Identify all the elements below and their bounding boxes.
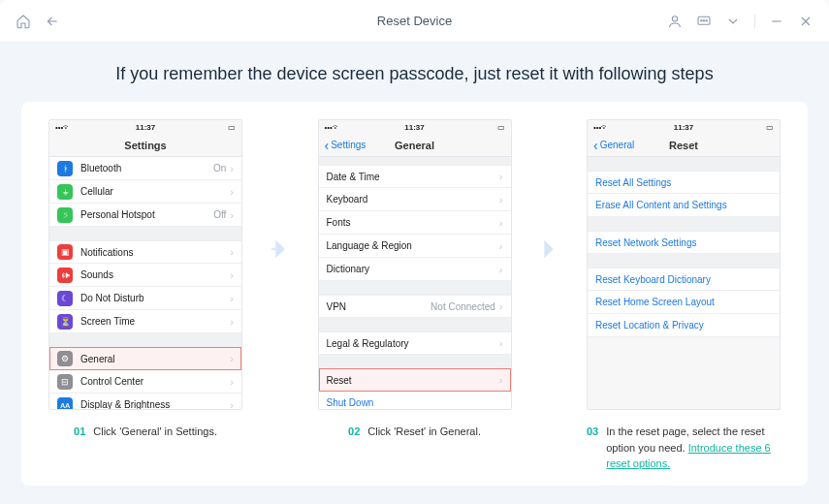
row-bluetooth: ᚼBluetoothOn› [49,157,241,180]
row-reset-highlighted: Reset› [319,368,511,392]
chevron-icon: › [230,186,234,198]
step-text: In the reset page, select the reset opti… [606,424,781,472]
bluetooth-icon: ᚼ [57,161,73,176]
chevron-icon: › [499,240,503,252]
arrow-1 [261,119,300,263]
caption-3: 03 In the reset page, select the reset o… [587,424,781,472]
row-reset-keyboard: Reset Keyboard Dictionary [588,268,780,291]
close-icon[interactable] [798,14,813,29]
chevron-icon: › [230,246,234,258]
row-general-highlighted: ⚙General› [49,347,241,370]
home-icon[interactable] [16,14,31,29]
back-settings: ‹Settings [325,139,367,152]
separator [754,15,755,28]
titlebar-left [16,14,60,29]
chevron-icon: › [230,269,234,281]
status-bar: •••ᯤ 11:37 ▭ [319,120,511,134]
row-legal: Legal & Regulatory› [319,331,511,355]
phone-reset: •••ᯤ 11:37 ▭ ‹General Reset Reset All Se… [587,119,781,410]
general-icon: ⚙ [57,351,73,366]
back-general: ‹General [593,139,634,152]
status-time: 11:37 [588,123,780,132]
row-language: Language & Region› [319,235,511,258]
row-erase-all: Erase All Content and Settings [588,194,780,217]
dnd-icon: ☾ [57,291,73,306]
chevron-icon: › [230,316,234,328]
row-vpn: VPNNot Connected› [319,295,511,318]
step-text: Click 'Reset' in General. [367,424,481,440]
row-notifications: ▣Notifications› [49,240,241,264]
control-center-icon: ⊟ [57,374,73,390]
row-dnd: ☾Do Not Disturb› [49,287,241,310]
row-fonts: Fonts› [319,211,511,235]
display-icon: ᴀᴀ [57,397,73,410]
svg-point-2 [701,19,702,20]
chevron-icon: › [499,264,503,275]
chevron-icon: › [499,217,503,229]
row-reset-location: Reset Location & Privacy [588,314,780,337]
content-area: If you remember the device screen passco… [0,43,829,504]
nav-settings: Settings [49,134,241,157]
row-date-time: Date & Time› [319,165,511,188]
back-icon[interactable] [45,14,60,29]
step-number: 01 [74,424,85,440]
row-dictionary: Dictionary› [319,258,511,281]
status-time: 11:37 [49,123,241,132]
arrow-2 [529,119,568,263]
svg-point-0 [672,16,677,20]
hotspot-icon: ⍩ [57,207,73,223]
caption-1: 01 Click 'General' in Settings. [74,424,217,440]
cellular-icon: ⏚ [57,184,73,200]
step-1: •••ᯤ 11:37 ▭ Settings ᚼBluetoothOn› ⏚Cel… [48,119,242,440]
phone-settings: •••ᯤ 11:37 ▭ Settings ᚼBluetoothOn› ⏚Cel… [48,119,242,410]
chevron-icon: › [230,353,234,364]
step-2: •••ᯤ 11:37 ▭ ‹Settings General Date & Ti… [318,119,512,440]
row-reset-all: Reset All Settings [588,171,780,194]
chevron-icon: › [230,376,234,388]
phone-general: •••ᯤ 11:37 ▭ ‹Settings General Date & Ti… [318,119,512,410]
status-bar: •••ᯤ 11:37 ▭ [49,120,241,134]
chevron-icon: › [230,163,234,174]
caption-2: 02 Click 'Reset' in General. [348,424,481,440]
row-reset-network: Reset Network Settings [588,231,780,254]
row-screentime: ⏳Screen Time› [49,310,241,333]
status-time: 11:37 [319,123,511,132]
svg-point-3 [703,19,704,20]
status-bar: •••ᯤ 11:37 ▭ [588,120,780,134]
row-sounds: 🕪Sounds› [49,264,241,287]
dropdown-icon[interactable] [725,14,741,29]
step-number: 03 [587,424,598,440]
step-text: Click 'General' in Settings. [93,424,217,440]
chevron-icon: › [230,399,234,410]
row-reset-home: Reset Home Screen Layout [588,291,780,314]
chevron-icon: › [499,171,503,182]
row-cellular: ⏚Cellular› [49,180,241,204]
reset-list: Reset All Settings Erase All Content and… [588,157,780,409]
row-control-center: ⊟Control Center› [49,370,241,394]
row-hotspot: ⍩Personal HotspotOff› [49,204,241,227]
minimize-icon[interactable] [769,14,784,29]
settings-list: ᚼBluetoothOn› ⏚Cellular› ⍩Personal Hotsp… [49,157,241,409]
titlebar: Reset Device [0,0,829,43]
feedback-icon[interactable] [696,14,712,29]
nav-general: ‹Settings General [319,134,511,157]
titlebar-right [667,14,813,29]
nav-title: General [395,140,434,151]
nav-reset: ‹General Reset [588,134,780,157]
step-3: •••ᯤ 11:37 ▭ ‹General Reset Reset All Se… [587,119,781,472]
user-icon[interactable] [667,14,683,29]
chevron-icon: › [230,209,234,221]
screentime-icon: ⏳ [57,314,73,330]
notifications-icon: ▣ [57,244,73,260]
nav-title: Settings [124,140,166,151]
nav-title: Reset [669,140,698,151]
svg-point-4 [706,19,707,20]
page-heading: If you remember the device screen passco… [21,64,808,84]
row-display: ᴀᴀDisplay & Brightness› [49,394,241,409]
sounds-icon: 🕪 [57,268,73,283]
row-keyboard: Keyboard› [319,188,511,211]
chevron-icon: › [499,374,503,386]
chevron-icon: › [499,194,503,205]
chevron-icon: › [230,293,234,304]
chevron-icon: › [499,300,503,312]
